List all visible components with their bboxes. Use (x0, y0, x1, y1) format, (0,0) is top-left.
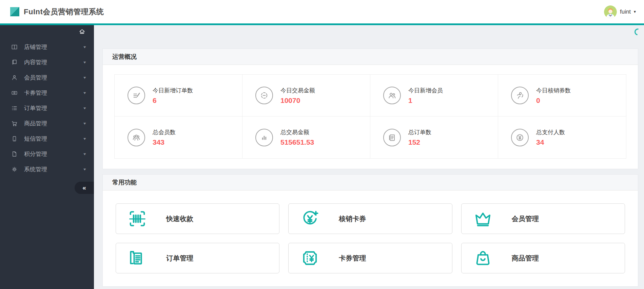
app-header: FuInt会员营销管理系统 fuint ▼ (0, 0, 644, 25)
chevron-down-icon: ▾ (84, 152, 86, 156)
system-gear-icon (11, 166, 18, 173)
sidebar-item-sms[interactable]: 短信管理 ▾ (0, 131, 94, 146)
store-icon (11, 43, 18, 51)
stat-value: 1 (408, 96, 443, 105)
sidebar-item-label: 店铺管理 (24, 43, 47, 51)
overview-panel-title: 运营概况 (103, 49, 638, 65)
functions-panel: 常用功能 快速收款 核销卡券 (102, 174, 638, 287)
order-list-icon (11, 105, 18, 112)
chevron-down-icon: ▾ (84, 121, 86, 126)
sidebar-menu: 店铺管理 ▾ 内容管理 ▾ 会员管理 ▾ 卡券管理 ▾ (0, 39, 94, 177)
sidebar-item-label: 积分管理 (24, 150, 47, 158)
sidebar-item-label: 短信管理 (24, 135, 47, 143)
coupon-verified-icon (511, 87, 529, 104)
sidebar-item-system[interactable]: 系统管理 ▾ (0, 162, 94, 177)
function-card-label: 订单管理 (166, 254, 193, 263)
function-card-label: 卡券管理 (339, 254, 366, 263)
function-card-label: 商品管理 (512, 254, 539, 263)
stat-label: 总会员数 (153, 128, 176, 136)
sidebar-item-label: 卡券管理 (24, 89, 47, 97)
sidebar-item-label: 内容管理 (24, 58, 47, 66)
coupon-banknote-icon (11, 89, 18, 96)
overview-panel: 运营概况 今日新增订单数 6 今日交易金 (102, 49, 638, 169)
orders-total-icon (383, 129, 401, 146)
stat-label: 总交易金额 (280, 128, 314, 136)
sidebar-item-label: 会员管理 (24, 74, 47, 82)
user-menu[interactable]: fuint ▼ (604, 5, 637, 18)
chevron-down-icon: ▼ (633, 10, 637, 14)
sidebar-collapse-button[interactable]: « (75, 182, 94, 194)
goods-bag-icon (472, 247, 494, 269)
stat-card-verified-coupons: 今日核销券数 0 (498, 75, 626, 116)
stat-card-total-orders: 总订单数 152 (370, 116, 498, 158)
content-book-icon (11, 59, 18, 66)
function-card-label: 会员管理 (512, 214, 539, 223)
main-content: 运营概况 今日新增订单数 6 今日交易金 (94, 0, 644, 287)
sidebar-item-store[interactable]: 店铺管理 ▾ (0, 39, 94, 55)
stat-card-new-members: 今日新增会员 1 (370, 75, 498, 116)
function-card-label: 核销卡券 (339, 214, 366, 223)
verify-coupon-icon (299, 207, 321, 230)
stat-value: 0 (536, 96, 571, 105)
chevron-down-icon: ▾ (84, 137, 86, 141)
stat-label: 今日核销券数 (536, 87, 571, 94)
chevron-down-icon: ▾ (84, 75, 86, 80)
stat-value: 10070 (280, 96, 315, 105)
function-card-order-mgmt[interactable]: 订单管理 (116, 243, 279, 273)
member-new-icon (383, 87, 401, 104)
stat-card-today-amount: 今日交易金额 10070 (242, 75, 370, 116)
stat-value: 515651.53 (280, 138, 314, 146)
member-crown-icon (472, 207, 494, 230)
stat-card-new-orders: 今日新增订单数 6 (115, 75, 242, 116)
transaction-today-icon (255, 87, 273, 104)
stat-label: 今日交易金额 (280, 87, 315, 94)
stat-label: 今日新增会员 (408, 87, 443, 94)
function-card-label: 快速收款 (166, 214, 193, 223)
sidebar-item-label: 系统管理 (24, 165, 47, 173)
payers-total-icon (511, 129, 529, 146)
function-card-member-mgmt[interactable]: 会员管理 (461, 203, 625, 234)
members-total-icon (128, 129, 145, 146)
chevron-down-icon: ▾ (84, 167, 86, 171)
logo-diamond-icon (10, 7, 19, 16)
stat-card-total-members: 总会员数 343 (115, 116, 242, 158)
function-card-goods-mgmt[interactable]: 商品管理 (461, 243, 625, 273)
stat-card-total-amount: 总交易金额 515651.53 (242, 116, 370, 158)
functions-panel-title: 常用功能 (103, 175, 638, 191)
sidebar: 店铺管理 ▾ 内容管理 ▾ 会员管理 ▾ 卡券管理 ▾ (0, 25, 94, 289)
stat-label: 总订单数 (408, 128, 431, 136)
chevron-down-icon: ▾ (84, 106, 86, 110)
stat-card-total-payers: 总支付人数 34 (498, 116, 626, 158)
stat-value: 343 (153, 138, 176, 146)
user-name: fuint (620, 8, 631, 15)
user-avatar-icon (604, 5, 617, 18)
sidebar-item-label: 商品管理 (24, 120, 47, 127)
sidebar-item-label: 订单管理 (24, 104, 47, 112)
stat-value: 6 (153, 96, 193, 105)
function-card-quick-pay[interactable]: 快速收款 (116, 203, 279, 234)
functions-grid: 快速收款 核销卡券 会员管理 (116, 203, 625, 273)
chevron-down-icon: ▾ (84, 45, 86, 49)
sidebar-item-points[interactable]: 积分管理 ▾ (0, 146, 94, 162)
stat-value: 34 (536, 138, 565, 146)
sidebar-item-coupon[interactable]: 卡券管理 ▾ (0, 85, 94, 101)
transaction-total-icon (255, 129, 273, 146)
loading-spinner-icon (633, 27, 643, 37)
sidebar-item-goods[interactable]: 商品管理 ▾ (0, 116, 94, 131)
app-title: FuInt会员营销管理系统 (24, 7, 104, 17)
goods-cart-icon (11, 120, 18, 127)
function-card-coupon-mgmt[interactable]: 卡券管理 (288, 243, 452, 273)
coupon-ticket-icon (299, 247, 321, 269)
member-user-icon (11, 74, 18, 81)
sidebar-item-member[interactable]: 会员管理 ▾ (0, 70, 94, 85)
sidebar-item-order[interactable]: 订单管理 ▾ (0, 101, 94, 116)
overview-panel-body: 今日新增订单数 6 今日交易金额 10070 (103, 65, 638, 169)
chevron-down-icon: ▾ (84, 60, 86, 65)
sms-phone-icon (11, 135, 18, 142)
sidebar-home-button[interactable] (0, 25, 94, 39)
chevron-down-icon: ▾ (84, 91, 86, 95)
function-card-verify-coupon[interactable]: 核销卡券 (288, 203, 452, 234)
sidebar-item-content[interactable]: 内容管理 ▾ (0, 55, 94, 70)
points-file-icon (11, 150, 18, 158)
stat-label: 总支付人数 (536, 128, 565, 136)
